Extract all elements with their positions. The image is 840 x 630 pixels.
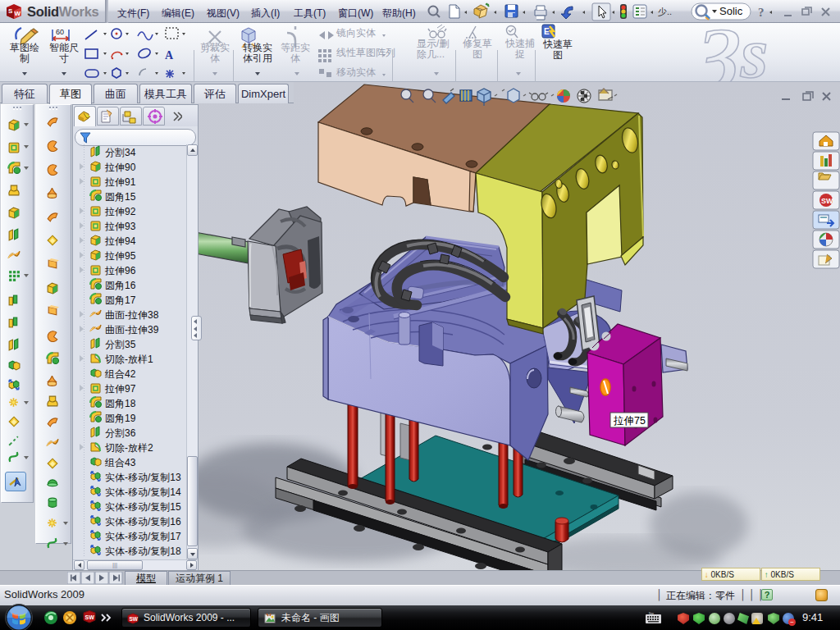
svg-text:60: 60 <box>56 28 64 36</box>
svg-text:SW: SW <box>85 614 95 620</box>
svg-text:New: New <box>649 612 655 615</box>
svg-text:W: W <box>15 10 21 17</box>
svg-text:S: S <box>8 7 13 15</box>
svg-text:少..: 少.. <box>658 7 672 16</box>
svg-text:Ȝs: Ȝs <box>697 23 768 82</box>
svg-text:?: ? <box>758 6 765 19</box>
svg-text:Solic: Solic <box>719 5 743 17</box>
svg-text:SW: SW <box>821 197 833 205</box>
svg-text:A: A <box>165 49 174 62</box>
svg-text:SW: SW <box>130 616 139 622</box>
svg-text:E: E <box>544 27 550 36</box>
svg-text:拉伸75: 拉伸75 <box>613 415 646 427</box>
